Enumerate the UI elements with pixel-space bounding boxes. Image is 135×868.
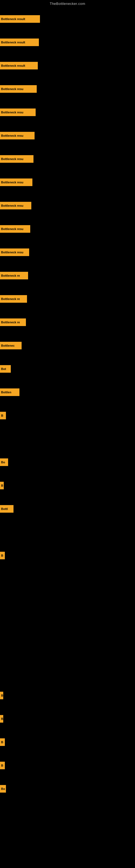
bottleneck-result-label: Bottleneck re	[1, 321, 20, 324]
bottleneck-result-label: B	[1, 554, 3, 557]
bottleneck-result-label: Bottleneck resu	[1, 134, 24, 137]
bottleneck-result-bar: Bottleneck resu	[0, 85, 37, 93]
bottleneck-result-label: Bottl	[1, 507, 8, 510]
bottleneck-result-label: Bo	[1, 787, 5, 790]
bottleneck-result-bar: Bottleneck result	[0, 62, 38, 69]
bottleneck-result-label: Bot	[1, 367, 6, 371]
bottleneck-result-bar: Bottleneck re	[0, 295, 27, 303]
bottleneck-result-label: Bottlenec	[1, 344, 14, 347]
bottleneck-result-label: Bo	[1, 461, 5, 464]
bottleneck-result-bar: Bo	[0, 458, 8, 466]
bottleneck-result-bar: Bottleneck result	[0, 38, 39, 46]
bottleneck-result-label: Bottleneck resu	[1, 111, 24, 114]
bottleneck-result-bar: Bottleneck resu	[0, 132, 35, 140]
bottleneck-result-bar: B	[0, 715, 3, 723]
bottleneck-result-label: Bottleneck re	[1, 297, 20, 301]
bottleneck-result-label: Bottleneck resu	[1, 251, 24, 254]
bottleneck-result-bar: Bottl	[0, 505, 13, 513]
bottleneck-result-label: B	[1, 484, 3, 487]
bottleneck-result-bar: B	[0, 412, 6, 420]
bottleneck-result-label: B	[1, 717, 3, 720]
bottleneck-result-label: B	[1, 741, 3, 744]
bottleneck-result-bar: Bot	[0, 365, 11, 373]
bottleneck-result-label: Bottleneck resu	[1, 204, 24, 207]
bottleneck-result-label: Bottleneck result	[1, 64, 25, 67]
bottleneck-result-bar: B	[0, 552, 5, 559]
bottleneck-result-bar: B	[0, 692, 3, 699]
bottleneck-result-label: Bottleneck resu	[1, 157, 24, 161]
bottleneck-result-label: B	[1, 414, 3, 417]
bottleneck-result-bar: Bottleneck re	[0, 318, 26, 326]
bottleneck-result-label: B	[1, 764, 3, 767]
bottleneck-result-bar: Bottleneck result	[0, 15, 40, 23]
bottleneck-result-bar: Bottleneck resu	[0, 179, 32, 186]
bottleneck-result-label: Bottleneck resu	[1, 227, 24, 230]
bottleneck-result-bar: Bo	[0, 785, 6, 793]
bottleneck-result-label: Bottlen	[1, 391, 11, 394]
bottleneck-result-bar: B	[0, 738, 5, 746]
bottleneck-result-label: Bottleneck result	[1, 18, 25, 21]
bottleneck-result-bar: B	[0, 762, 5, 769]
bottleneck-result-label: Bottleneck resu	[1, 87, 24, 91]
bottleneck-result-bar: Bottleneck resu	[0, 248, 29, 256]
bottleneck-result-bar: B	[0, 482, 4, 489]
bottleneck-result-label: Bottleneck re	[1, 274, 20, 277]
bottleneck-result-bar: Bottlen	[0, 389, 19, 396]
site-title: TheBottlenecker.com	[0, 0, 135, 7]
bottleneck-result-label: B	[1, 694, 3, 697]
bottleneck-result-label: Bottleneck resu	[1, 181, 24, 184]
bottleneck-result-bar: Bottleneck resu	[0, 155, 34, 163]
bottleneck-result-bar: Bottleneck resu	[0, 225, 30, 233]
bottleneck-result-bar: Bottleneck re	[0, 272, 28, 279]
bottleneck-result-bar: Bottlenec	[0, 342, 21, 349]
bottleneck-result-bar: Bottleneck resu	[0, 108, 36, 116]
bottleneck-result-label: Bottleneck result	[1, 41, 25, 44]
bottleneck-result-bar: Bottleneck resu	[0, 202, 31, 209]
